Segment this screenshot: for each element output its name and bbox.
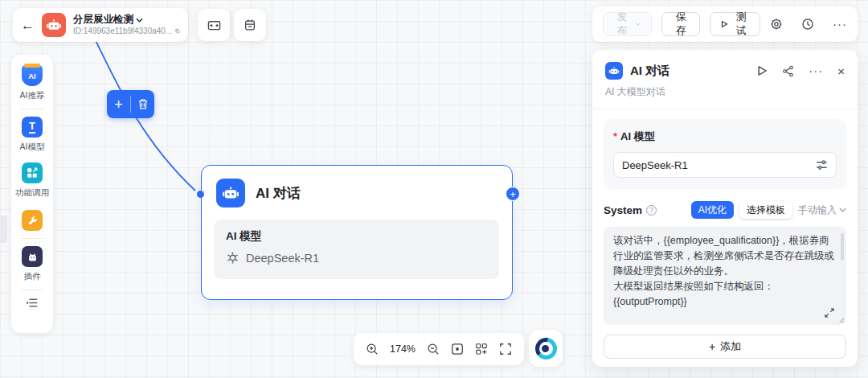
workflow-app-icon xyxy=(42,13,66,37)
node-model-summary: AI 模型 DeepSeek-R1 xyxy=(215,220,499,279)
divider xyxy=(21,290,43,290)
clipboard-icon xyxy=(244,18,256,31)
panel-actions: ··· × xyxy=(757,65,845,77)
outline-list-icon xyxy=(26,298,39,308)
auto-layout-button[interactable] xyxy=(475,343,488,355)
model-settings-button[interactable] xyxy=(816,159,828,171)
divider xyxy=(21,238,43,239)
model-select[interactable]: DeepSeek-R1 xyxy=(613,152,837,178)
workflow-id: ID:149963e11b9f4330a40... xyxy=(73,27,180,37)
plugin-icon xyxy=(22,246,43,267)
workflow-title[interactable]: 分层展业检测 xyxy=(73,14,180,27)
sidebar-item-label: AI模型 xyxy=(20,142,45,153)
required-mark: * xyxy=(613,130,617,142)
zoom-in-icon xyxy=(366,343,379,355)
gear-icon xyxy=(770,18,783,31)
sidebar-item-ai-recommend[interactable]: AI AI推荐 xyxy=(20,65,45,101)
save-button[interactable]: 保存 xyxy=(661,12,701,36)
model-select-value: DeepSeek-R1 xyxy=(622,159,688,171)
sidebar-collapse-button[interactable] xyxy=(26,298,39,308)
plus-icon: + xyxy=(709,340,715,353)
edge-delete-button[interactable] xyxy=(131,98,154,110)
chevron-down-icon xyxy=(136,18,143,23)
zoom-level: 174% xyxy=(390,343,416,355)
input-port[interactable] xyxy=(197,191,204,198)
sidebar-item-label: 插件 xyxy=(24,271,41,282)
help-icon[interactable]: ? xyxy=(646,205,657,216)
sidebar-item-tools[interactable] xyxy=(22,210,43,231)
ai-chat-panel-icon xyxy=(605,62,623,80)
zoom-in-button[interactable] xyxy=(366,343,379,355)
system-prompt-header: System ? AI优化 选择模板 手动输入 xyxy=(604,201,846,219)
sidebar-item-ai-model[interactable]: T AI模型 xyxy=(20,117,45,153)
back-button[interactable]: ← xyxy=(21,18,35,32)
assistant-launcher-button[interactable] xyxy=(529,330,563,367)
sidebar-item-plugin[interactable]: 插件 xyxy=(22,246,43,282)
run-node-button[interactable] xyxy=(757,65,768,76)
fullscreen-button[interactable] xyxy=(499,343,512,355)
textarea-scrollbar[interactable] xyxy=(841,233,844,261)
ai-recommend-icon: AI xyxy=(22,65,43,86)
tab-select-template[interactable]: 选择模板 xyxy=(739,201,792,219)
history-button[interactable] xyxy=(801,18,814,31)
notes-tool-button[interactable] xyxy=(234,9,266,41)
more-button[interactable]: ··· xyxy=(833,22,847,27)
workflow-canvas[interactable]: ← 分层展业检测 ID:149963e11b9f4330a40... xyxy=(0,0,868,378)
workflow-title-block: 分层展业检测 ID:149963e11b9f4330a40... xyxy=(73,14,180,36)
function-call-icon xyxy=(22,162,43,183)
workflow-header-bar: ← 分层展业检测 ID:149963e11b9f4330a40... xyxy=(13,8,188,42)
robot-icon xyxy=(222,184,240,202)
divider xyxy=(21,109,43,109)
model-section: * AI 模型 DeepSeek-R1 xyxy=(604,119,846,189)
robot-icon xyxy=(608,65,620,76)
panel-close-button[interactable]: × xyxy=(837,65,845,77)
fit-view-button[interactable] xyxy=(451,343,464,355)
sidebar-item-label: AI推荐 xyxy=(20,90,45,101)
output-port-add-button[interactable]: + xyxy=(506,187,520,201)
plus-icon: + xyxy=(114,97,123,112)
panel-more-button[interactable]: ··· xyxy=(809,68,823,73)
fit-view-icon xyxy=(451,343,464,355)
test-button[interactable]: 测试 xyxy=(710,12,760,36)
assistant-logo-icon xyxy=(535,338,557,360)
zoom-out-icon xyxy=(427,343,440,355)
system-prompt-textarea[interactable]: 该对话中，{{employee_qualification}}，根据券商行业的监… xyxy=(604,227,846,325)
resize-handle[interactable] xyxy=(837,316,845,323)
node-header: AI 对话 xyxy=(202,166,512,207)
node-config-panel: AI 对话 ··· × AI 大 xyxy=(592,50,858,367)
sidebar-item-function-call[interactable]: 功能调用 xyxy=(15,162,49,199)
system-prompt-tabs: AI优化 选择模板 手动输入 xyxy=(691,201,846,219)
publish-button[interactable]: 发布 xyxy=(603,12,652,36)
ai-chat-node-icon xyxy=(216,179,245,207)
node-ai-chat[interactable]: + AI 对话 AI 模型 xyxy=(201,165,513,300)
edge-add-node-button[interactable]: + xyxy=(107,97,130,112)
expand-textarea-button[interactable] xyxy=(825,308,834,318)
node-model-value: DeepSeek-R1 xyxy=(246,252,319,265)
expand-icon xyxy=(825,308,834,318)
canvas-zoom-toolbar: 174% xyxy=(354,333,524,365)
robot-icon xyxy=(46,17,62,33)
offscreen-node-peek xyxy=(0,216,7,243)
tab-ai-optimize[interactable]: AI优化 xyxy=(691,201,734,219)
variables-icon xyxy=(207,18,221,32)
action-toolbar: 发布 保存 测试 xyxy=(592,6,858,42)
share-icon xyxy=(782,65,794,77)
add-message-button[interactable]: + 添加 xyxy=(604,335,846,359)
copy-icon[interactable] xyxy=(175,27,180,35)
node-model-label: AI 模型 xyxy=(226,229,488,244)
fullscreen-icon xyxy=(499,343,512,355)
openai-logo-icon xyxy=(226,251,240,265)
counter-tool-button[interactable] xyxy=(198,9,230,41)
chevron-down-icon xyxy=(839,207,846,212)
system-prompt-text: 该对话中，{{employee_qualification}}，根据券商行业的监… xyxy=(613,233,835,325)
toolbar-icons: ··· xyxy=(770,18,847,31)
chevron-down-icon xyxy=(635,22,641,27)
tab-manual-input[interactable]: 手动输入 xyxy=(798,203,846,217)
share-node-button[interactable] xyxy=(782,65,794,77)
play-icon xyxy=(721,19,728,29)
clock-icon xyxy=(801,18,814,31)
panel-title: AI 对话 xyxy=(630,64,669,79)
zoom-out-button[interactable] xyxy=(427,343,440,355)
node-title: AI 对话 xyxy=(256,184,301,203)
settings-button[interactable] xyxy=(770,18,783,31)
